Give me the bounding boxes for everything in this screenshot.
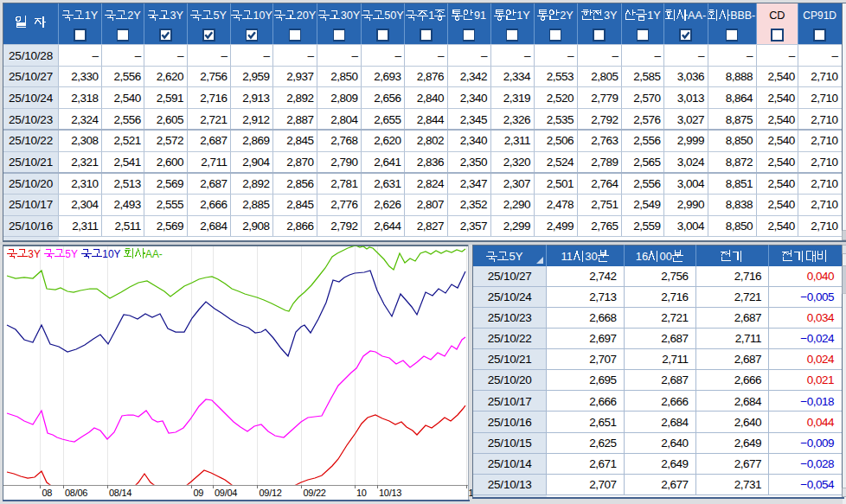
svg-text:2,908: 2,908 [242,220,269,233]
svg-text:2,707: 2,707 [589,478,616,491]
svg-text:1Y: 1Y [85,10,99,22]
svg-text:25/10/22: 25/10/22 [488,332,532,345]
svg-text:CP91D: CP91D [803,10,836,22]
svg-text:2,684: 2,684 [200,220,228,233]
svg-text:25/10/21: 25/10/21 [488,353,532,366]
svg-text:25/10/24: 25/10/24 [488,290,533,303]
svg-text:–: – [92,49,99,62]
svg-text:30Y: 30Y [341,10,361,22]
svg-text:1Y: 1Y [516,10,530,22]
svg-text:25/10/16: 25/10/16 [9,220,53,233]
svg-text:2,345: 2,345 [460,113,487,126]
svg-text:2,710: 2,710 [811,220,837,233]
svg-text:2,501: 2,501 [547,177,574,190]
svg-text:–: – [789,49,796,62]
svg-text:2,687: 2,687 [661,332,688,345]
svg-text:2,334: 2,334 [503,70,531,83]
svg-text:8,864: 8,864 [726,92,753,105]
svg-text:2,892: 2,892 [242,177,269,190]
svg-text:2,290: 2,290 [503,198,530,211]
svg-text:2,330: 2,330 [71,70,98,83]
svg-text:2,885: 2,885 [242,198,269,211]
svg-text:2,350: 2,350 [460,156,487,169]
svg-text:2,565: 2,565 [633,156,660,169]
svg-text:2,840: 2,840 [417,92,444,105]
svg-text:2,666: 2,666 [734,373,761,386]
svg-text:2,671: 2,671 [589,457,616,470]
svg-text:2,585: 2,585 [633,70,660,83]
svg-text:2,540: 2,540 [768,198,795,211]
svg-text:AA-: AA- [145,248,163,260]
svg-text:2,876: 2,876 [417,70,444,83]
svg-text:2,649: 2,649 [661,457,688,470]
svg-text:2,513: 2,513 [113,177,140,190]
svg-text:8,850: 8,850 [726,220,753,233]
svg-text:2,892: 2,892 [286,92,313,105]
svg-text:2,556: 2,556 [113,70,140,83]
svg-text:2,768: 2,768 [330,134,357,147]
svg-text:−0,054: −0,054 [800,478,835,491]
svg-text:2,641: 2,641 [374,156,401,169]
svg-text:2,844: 2,844 [417,113,445,126]
svg-text:2,310: 2,310 [71,177,98,190]
svg-text:20Y: 20Y [297,10,317,22]
svg-text:2,710: 2,710 [811,92,837,105]
svg-text:2,541: 2,541 [113,156,140,169]
svg-text:3Y: 3Y [28,248,41,260]
svg-text:2,869: 2,869 [242,134,269,147]
svg-text:–: – [567,49,574,62]
svg-text:2,644: 2,644 [374,220,401,233]
svg-text:25/10/23: 25/10/23 [9,113,53,126]
svg-text:–: – [698,49,705,62]
svg-text:2,559: 2,559 [633,220,660,233]
svg-text:2,807: 2,807 [417,198,444,211]
svg-text:–: – [177,49,184,62]
svg-text:5Y: 5Y [213,10,227,22]
svg-text:25/10/14: 25/10/14 [488,457,533,470]
svg-text:3,004: 3,004 [677,177,705,190]
svg-text:3,024: 3,024 [677,156,705,169]
svg-text:2,319: 2,319 [503,92,530,105]
svg-text:2,605: 2,605 [157,113,183,126]
svg-text:2,677: 2,677 [661,478,688,491]
svg-text:2,304: 2,304 [71,198,99,211]
svg-text:2,845: 2,845 [286,134,313,147]
svg-text:−0,024: −0,024 [800,332,835,345]
svg-text:2,677: 2,677 [734,457,761,470]
svg-text:−0,009: −0,009 [800,437,834,450]
svg-text:2,307: 2,307 [503,177,530,190]
svg-text:2,870: 2,870 [286,156,313,169]
svg-text:2,342: 2,342 [460,70,487,83]
svg-text:2,684: 2,684 [734,395,762,408]
svg-text:0,024: 0,024 [807,353,835,366]
svg-text:2,912: 2,912 [242,113,269,126]
svg-text:2,511: 2,511 [114,220,140,233]
svg-text:2,553: 2,553 [547,70,574,83]
svg-text:2,520: 2,520 [547,92,574,105]
svg-text:2,556: 2,556 [113,113,140,126]
svg-text:0,040: 0,040 [807,270,834,283]
svg-text:2,640: 2,640 [661,437,688,450]
svg-text:2,666: 2,666 [200,198,227,211]
svg-text:2,756: 2,756 [661,270,688,283]
svg-text:2,687: 2,687 [200,177,227,190]
svg-text:25/10/23: 25/10/23 [488,311,532,324]
svg-text:2,693: 2,693 [374,70,401,83]
svg-text:–: – [135,49,142,62]
svg-text:2,626: 2,626 [374,198,401,211]
svg-text:25/10/20: 25/10/20 [488,373,532,386]
svg-text:2,555: 2,555 [157,198,183,211]
svg-text:2,713: 2,713 [589,290,616,303]
svg-text:2,990: 2,990 [677,198,704,211]
svg-text:2,790: 2,790 [330,156,357,169]
svg-text:2,824: 2,824 [417,177,445,190]
svg-text:2,311: 2,311 [504,134,530,147]
svg-text:2,764: 2,764 [591,177,618,190]
svg-text:3Y: 3Y [170,10,184,22]
svg-text:2,710: 2,710 [811,70,837,83]
svg-text:8,872: 8,872 [726,156,753,169]
svg-text:2,540: 2,540 [113,92,140,105]
svg-text:2,631: 2,631 [374,177,401,190]
svg-text:08/14: 08/14 [109,488,131,498]
svg-text:2,318: 2,318 [71,92,98,105]
